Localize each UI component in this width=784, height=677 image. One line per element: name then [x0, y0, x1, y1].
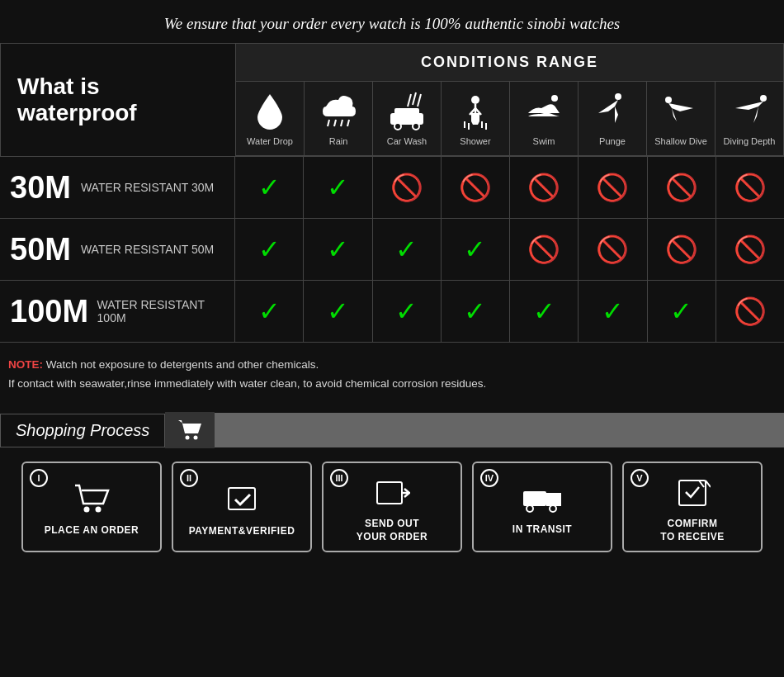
- check-30m-7: 🚫: [648, 157, 716, 218]
- process-steps: I PLACE AN ORDER II PAYMENT&VERIFIED III: [0, 448, 784, 566]
- step-in-transit: IV IN TRANSIT: [472, 462, 612, 552]
- step1-roman: I: [30, 469, 48, 487]
- svg-point-26: [96, 506, 102, 512]
- svg-rect-30: [523, 491, 546, 506]
- note-line2: If contact with seawater,rinse immediate…: [8, 375, 776, 394]
- svg-point-24: [194, 436, 198, 440]
- conditions-header: CONDITIONS RANGE: [236, 44, 783, 82]
- check-100m-1: ✓: [235, 281, 304, 342]
- svg-point-33: [550, 505, 556, 512]
- swim-icon: [523, 90, 564, 131]
- shallow-dive-icon: [660, 90, 701, 131]
- svg-point-21: [665, 97, 672, 103]
- note-section: NOTE: Watch not exposure to detergents a…: [0, 343, 784, 402]
- col-swim: Swim: [510, 82, 579, 155]
- svg-line-9: [413, 92, 416, 105]
- svg-marker-31: [546, 493, 561, 506]
- row-100m: 100M WATER RESISTANT 100M ✓ ✓ ✓ ✓ ✓ ✓ ✓ …: [0, 281, 784, 343]
- svg-line-8: [408, 94, 411, 107]
- check-100m-7: ✓: [648, 281, 716, 342]
- punge-icon: [592, 90, 633, 131]
- check-50m-2: ✓: [304, 219, 372, 280]
- row-30m-label: WATER RESISTANT 30M: [81, 181, 214, 194]
- col-shower: Shower: [442, 82, 510, 155]
- step-payment: II PAYMENT&VERIFIED: [172, 462, 312, 552]
- col-water-drop: Water Drop: [236, 82, 305, 155]
- svg-point-19: [551, 95, 558, 102]
- check-50m-8: 🚫: [716, 219, 784, 280]
- row-100m-label: WATER RESISTANT 100M: [97, 298, 234, 324]
- check-30m-1: ✓: [235, 157, 304, 218]
- svg-line-0: [328, 120, 329, 126]
- check-100m-3: ✓: [373, 281, 442, 342]
- check-30m-2: ✓: [304, 157, 372, 218]
- page-header: We ensure that your order every watch is…: [0, 0, 784, 43]
- check-50m-4: ✓: [442, 219, 510, 280]
- svg-rect-4: [390, 113, 423, 125]
- row-30m-checks: ✓ ✓ 🚫 🚫 🚫 🚫 🚫 🚫: [235, 157, 784, 219]
- row-30m: 30M WATER RESISTANT 30M ✓ ✓ 🚫 🚫 🚫 🚫 🚫 🚫: [0, 157, 784, 219]
- check-100m-5: ✓: [510, 281, 579, 342]
- row-100m-checks: ✓ ✓ ✓ ✓ ✓ ✓ ✓ 🚫: [235, 281, 784, 343]
- shopping-cart-icon-box: [165, 412, 215, 448]
- shopping-bar-divider: [215, 413, 784, 447]
- col-car-wash: Car Wash: [373, 82, 442, 155]
- row-50m: 50M WATER RESISTANT 50M ✓ ✓ ✓ ✓ 🚫 🚫 🚫 🚫: [0, 219, 784, 281]
- check-30m-5: 🚫: [510, 157, 579, 218]
- note-line1: NOTE: Watch not exposure to detergents a…: [8, 356, 776, 375]
- svg-point-7: [413, 123, 419, 130]
- waterproof-section: What is waterproof CONDITIONS RANGE Wate…: [0, 43, 784, 157]
- check-100m-4: ✓: [442, 281, 510, 342]
- waterproof-label: What is waterproof: [1, 44, 236, 156]
- check-100m-6: ✓: [579, 281, 647, 342]
- svg-line-35: [699, 481, 704, 487]
- row-30m-left: 30M WATER RESISTANT 30M: [0, 157, 235, 219]
- svg-point-22: [760, 95, 767, 102]
- step3-icon: [374, 477, 410, 514]
- svg-line-10: [418, 94, 421, 107]
- svg-line-2: [341, 120, 342, 126]
- row-50m-checks: ✓ ✓ ✓ ✓ 🚫 🚫 🚫 🚫: [235, 219, 784, 281]
- check-30m-4: 🚫: [442, 157, 510, 218]
- step3-roman: III: [330, 469, 348, 487]
- step4-label: IN TRANSIT: [512, 523, 572, 537]
- step5-label: COMFIRM TO RECEIVE: [660, 518, 724, 543]
- conditions-table: CONDITIONS RANGE Water Drop R: [236, 44, 783, 156]
- svg-rect-5: [394, 108, 419, 115]
- check-30m-8: 🚫: [716, 157, 784, 218]
- svg-rect-28: [377, 482, 402, 504]
- check-100m-2: ✓: [304, 281, 372, 342]
- row-50m-label: WATER RESISTANT 50M: [81, 243, 214, 256]
- cart-icon: [177, 419, 203, 442]
- payment-icon: [225, 483, 258, 516]
- svg-line-3: [347, 120, 349, 126]
- car-wash-icon: [386, 90, 427, 131]
- note-text1: Watch not exposure to detergents and oth…: [46, 358, 319, 371]
- col-punge: Punge: [579, 82, 647, 155]
- check-50m-5: 🚫: [510, 219, 579, 280]
- step2-label: PAYMENT&VERIFIED: [189, 525, 295, 538]
- rain-icon: [318, 90, 359, 131]
- shower-icon: [455, 90, 496, 131]
- check-30m-3: 🚫: [373, 157, 442, 218]
- check-30m-6: 🚫: [579, 157, 647, 218]
- step-place-order: I PLACE AN ORDER: [21, 462, 162, 552]
- check-100m-8: 🚫: [716, 281, 784, 342]
- svg-point-23: [186, 436, 190, 440]
- col-shallow-dive: Shallow Dive: [647, 82, 716, 155]
- water-drop-icon: [249, 90, 290, 131]
- icons-row: Water Drop Rain: [236, 82, 783, 156]
- step4-roman: IV: [480, 469, 498, 487]
- step-send-out: III SEND OUT YOUR ORDER: [322, 462, 462, 552]
- svg-line-1: [334, 120, 336, 126]
- shopping-header: Shopping Process: [0, 412, 784, 448]
- row-50m-meter: 50M: [0, 232, 81, 267]
- shopping-title: Shopping Process: [0, 414, 165, 447]
- step5-icon: [674, 477, 711, 514]
- svg-point-6: [394, 123, 401, 130]
- cart-step-icon: [73, 484, 110, 515]
- step2-icon: [225, 483, 258, 522]
- step5-roman: V: [631, 469, 649, 487]
- row-100m-left: 100M WATER RESISTANT 100M: [0, 281, 235, 343]
- svg-point-20: [615, 93, 621, 100]
